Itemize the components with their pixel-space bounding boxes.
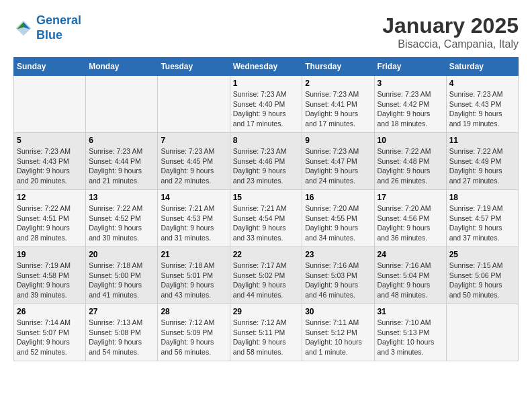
calendar-day-cell: 28Sunrise: 7:12 AM Sunset: 5:09 PM Dayli…	[158, 304, 230, 361]
day-number: 16	[305, 193, 371, 202]
day-info: Sunrise: 7:18 AM Sunset: 5:01 PM Dayligh…	[161, 261, 226, 300]
day-number: 21	[161, 250, 226, 259]
calendar-day-cell	[86, 76, 158, 133]
calendar-week-row: 1Sunrise: 7:23 AM Sunset: 4:40 PM Daylig…	[14, 76, 519, 133]
day-info: Sunrise: 7:23 AM Sunset: 4:42 PM Dayligh…	[378, 89, 443, 129]
calendar-day-cell: 21Sunrise: 7:18 AM Sunset: 5:01 PM Dayli…	[158, 247, 230, 304]
day-info: Sunrise: 7:23 AM Sunset: 4:44 PM Dayligh…	[89, 146, 154, 186]
calendar-day-cell: 13Sunrise: 7:22 AM Sunset: 4:52 PM Dayli…	[86, 190, 158, 247]
day-info: Sunrise: 7:20 AM Sunset: 4:55 PM Dayligh…	[305, 203, 371, 243]
calendar-day-cell: 25Sunrise: 7:15 AM Sunset: 5:06 PM Dayli…	[446, 247, 518, 304]
weekday-header: Monday	[86, 58, 158, 76]
day-number: 10	[378, 136, 443, 145]
day-number: 18	[449, 193, 515, 202]
day-number: 17	[378, 193, 443, 202]
calendar-day-cell: 27Sunrise: 7:13 AM Sunset: 5:08 PM Dayli…	[86, 304, 158, 361]
weekday-header: Friday	[374, 58, 446, 76]
day-info: Sunrise: 7:21 AM Sunset: 4:53 PM Dayligh…	[161, 203, 226, 243]
day-info: Sunrise: 7:23 AM Sunset: 4:47 PM Dayligh…	[305, 146, 371, 186]
day-info: Sunrise: 7:23 AM Sunset: 4:40 PM Dayligh…	[233, 89, 300, 129]
day-number: 5	[17, 136, 83, 145]
logo-icon	[13, 18, 34, 38]
calendar-week-row: 19Sunrise: 7:19 AM Sunset: 4:58 PM Dayli…	[14, 247, 519, 304]
day-number: 15	[233, 193, 300, 202]
day-info: Sunrise: 7:18 AM Sunset: 5:00 PM Dayligh…	[89, 261, 154, 300]
calendar-day-cell: 1Sunrise: 7:23 AM Sunset: 4:40 PM Daylig…	[230, 76, 302, 133]
calendar-day-cell: 8Sunrise: 7:23 AM Sunset: 4:46 PM Daylig…	[230, 133, 302, 190]
day-number: 12	[17, 193, 83, 202]
calendar-day-cell: 7Sunrise: 7:23 AM Sunset: 4:45 PM Daylig…	[158, 133, 230, 190]
day-info: Sunrise: 7:12 AM Sunset: 5:09 PM Dayligh…	[161, 318, 226, 357]
month-title: January 2025	[382, 13, 519, 38]
day-info: Sunrise: 7:17 AM Sunset: 5:02 PM Dayligh…	[233, 261, 300, 300]
calendar-week-row: 5Sunrise: 7:23 AM Sunset: 4:43 PM Daylig…	[14, 133, 519, 190]
day-number: 4	[449, 79, 515, 88]
day-number: 25	[449, 250, 515, 259]
day-number: 7	[161, 136, 226, 145]
calendar-header: SundayMondayTuesdayWednesdayThursdayFrid…	[14, 58, 519, 76]
calendar-week-row: 26Sunrise: 7:14 AM Sunset: 5:07 PM Dayli…	[14, 304, 519, 361]
day-number: 19	[17, 250, 83, 259]
calendar-day-cell: 11Sunrise: 7:22 AM Sunset: 4:49 PM Dayli…	[446, 133, 518, 190]
day-number: 13	[89, 193, 154, 202]
calendar-day-cell: 22Sunrise: 7:17 AM Sunset: 5:02 PM Dayli…	[230, 247, 302, 304]
calendar-day-cell: 18Sunrise: 7:19 AM Sunset: 4:57 PM Dayli…	[446, 190, 518, 247]
calendar-day-cell	[446, 304, 518, 361]
day-info: Sunrise: 7:13 AM Sunset: 5:08 PM Dayligh…	[89, 318, 154, 357]
calendar-day-cell: 31Sunrise: 7:10 AM Sunset: 5:13 PM Dayli…	[374, 304, 446, 361]
calendar-day-cell: 14Sunrise: 7:21 AM Sunset: 4:53 PM Dayli…	[158, 190, 230, 247]
day-info: Sunrise: 7:22 AM Sunset: 4:51 PM Dayligh…	[17, 203, 83, 243]
weekday-header: Wednesday	[230, 58, 302, 76]
calendar-day-cell: 12Sunrise: 7:22 AM Sunset: 4:51 PM Dayli…	[14, 190, 86, 247]
day-number: 11	[449, 136, 515, 145]
day-number: 2	[305, 79, 371, 88]
logo-text: General Blue	[36, 13, 81, 42]
calendar-day-cell: 9Sunrise: 7:23 AM Sunset: 4:47 PM Daylig…	[302, 133, 374, 190]
day-number: 20	[89, 250, 154, 259]
calendar-day-cell: 29Sunrise: 7:12 AM Sunset: 5:11 PM Dayli…	[230, 304, 302, 361]
day-number: 8	[233, 136, 300, 145]
day-info: Sunrise: 7:19 AM Sunset: 4:58 PM Dayligh…	[17, 261, 83, 300]
day-number: 6	[89, 136, 154, 145]
day-info: Sunrise: 7:22 AM Sunset: 4:48 PM Dayligh…	[378, 146, 443, 186]
weekday-header: Saturday	[446, 58, 518, 76]
day-number: 23	[305, 250, 371, 259]
calendar-day-cell: 20Sunrise: 7:18 AM Sunset: 5:00 PM Dayli…	[86, 247, 158, 304]
day-info: Sunrise: 7:16 AM Sunset: 5:03 PM Dayligh…	[305, 261, 371, 300]
calendar-day-cell: 4Sunrise: 7:23 AM Sunset: 4:43 PM Daylig…	[446, 76, 518, 133]
day-info: Sunrise: 7:23 AM Sunset: 4:43 PM Dayligh…	[17, 146, 83, 186]
day-number: 24	[378, 250, 443, 259]
day-info: Sunrise: 7:10 AM Sunset: 5:13 PM Dayligh…	[378, 318, 443, 357]
calendar-day-cell: 30Sunrise: 7:11 AM Sunset: 5:12 PM Dayli…	[302, 304, 374, 361]
calendar-body: 1Sunrise: 7:23 AM Sunset: 4:40 PM Daylig…	[14, 76, 519, 361]
day-number: 30	[305, 307, 371, 316]
calendar-day-cell: 26Sunrise: 7:14 AM Sunset: 5:07 PM Dayli…	[14, 304, 86, 361]
day-number: 9	[305, 136, 371, 145]
location-title: Bisaccia, Campania, Italy	[382, 38, 519, 50]
day-number: 28	[161, 307, 226, 316]
calendar-day-cell: 5Sunrise: 7:23 AM Sunset: 4:43 PM Daylig…	[14, 133, 86, 190]
calendar-day-cell: 3Sunrise: 7:23 AM Sunset: 4:42 PM Daylig…	[374, 76, 446, 133]
day-info: Sunrise: 7:23 AM Sunset: 4:43 PM Dayligh…	[449, 89, 515, 129]
day-info: Sunrise: 7:21 AM Sunset: 4:54 PM Dayligh…	[233, 203, 300, 243]
day-number: 22	[233, 250, 300, 259]
calendar-day-cell: 19Sunrise: 7:19 AM Sunset: 4:58 PM Dayli…	[14, 247, 86, 304]
day-info: Sunrise: 7:23 AM Sunset: 4:46 PM Dayligh…	[233, 146, 300, 186]
calendar-day-cell: 23Sunrise: 7:16 AM Sunset: 5:03 PM Dayli…	[302, 247, 374, 304]
day-info: Sunrise: 7:19 AM Sunset: 4:57 PM Dayligh…	[449, 203, 515, 243]
calendar-day-cell: 2Sunrise: 7:23 AM Sunset: 4:41 PM Daylig…	[302, 76, 374, 133]
weekday-header: Thursday	[302, 58, 374, 76]
day-info: Sunrise: 7:20 AM Sunset: 4:56 PM Dayligh…	[378, 203, 443, 243]
weekday-row: SundayMondayTuesdayWednesdayThursdayFrid…	[14, 58, 519, 76]
day-number: 31	[378, 307, 443, 316]
calendar-day-cell: 6Sunrise: 7:23 AM Sunset: 4:44 PM Daylig…	[86, 133, 158, 190]
day-info: Sunrise: 7:22 AM Sunset: 4:49 PM Dayligh…	[449, 146, 515, 186]
day-info: Sunrise: 7:22 AM Sunset: 4:52 PM Dayligh…	[89, 203, 154, 243]
weekday-header: Tuesday	[158, 58, 230, 76]
logo-line2: Blue	[36, 28, 62, 42]
day-number: 27	[89, 307, 154, 316]
day-number: 14	[161, 193, 226, 202]
calendar-day-cell: 16Sunrise: 7:20 AM Sunset: 4:55 PM Dayli…	[302, 190, 374, 247]
day-info: Sunrise: 7:23 AM Sunset: 4:45 PM Dayligh…	[161, 146, 226, 186]
logo: General Blue	[13, 13, 81, 42]
